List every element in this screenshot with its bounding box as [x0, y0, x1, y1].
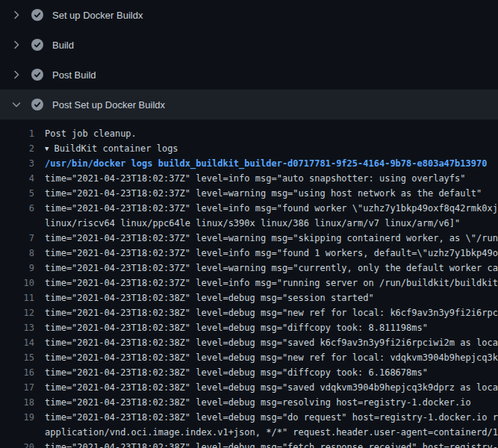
log-line-number: 7 [0, 231, 34, 246]
log-line: 8time="2021-04-23T18:02:37Z" level=info … [0, 246, 498, 261]
log-line: 15time="2021-04-23T18:02:38Z" level=debu… [0, 350, 498, 365]
check-circle-icon [31, 99, 43, 111]
log-line: 3/usr/bin/docker logs buildx_buildkit_bu… [0, 156, 498, 171]
log-line-text: time="2021-04-23T18:02:38Z" level=debug … [34, 335, 498, 350]
log-line-number: 3 [0, 156, 34, 171]
log-line-number: 2 [0, 141, 34, 156]
log-line-number: 10 [0, 276, 34, 290]
check-circle-icon [31, 39, 43, 51]
log-line-number: 6 [0, 201, 34, 216]
log-line-text: time="2021-04-23T18:02:37Z" level=info m… [34, 246, 498, 261]
step-label: Post Set up Docker Buildx [52, 99, 165, 111]
log-line-number: 13 [0, 320, 34, 335]
log-line: 20time="2021-04-23T18:02:38Z" level=debu… [0, 440, 498, 448]
log-line: 19time="2021-04-23T18:02:38Z" level=debu… [0, 410, 498, 425]
log-line: 5time="2021-04-23T18:02:37Z" level=warni… [0, 186, 498, 201]
log-line-number: 4 [0, 171, 34, 186]
log-line-text: linux/riscv64 linux/ppc64le linux/s390x … [34, 216, 460, 231]
log-line: 17time="2021-04-23T18:02:38Z" level=debu… [0, 380, 498, 395]
log-line-text: time="2021-04-23T18:02:38Z" level=debug … [34, 380, 498, 395]
log-line-number: 11 [0, 290, 34, 305]
log-line-number: 9 [0, 261, 34, 276]
log-line: 11time="2021-04-23T18:02:38Z" level=debu… [0, 290, 498, 305]
check-circle-icon [31, 9, 43, 21]
log-line: 16time="2021-04-23T18:02:38Z" level=debu… [0, 365, 498, 380]
log-line-text: BuildKit container logs [49, 141, 178, 156]
log-line-text: time="2021-04-23T18:02:37Z" level=warnin… [34, 231, 498, 246]
log-line-number [0, 216, 34, 231]
chevron-right-icon[interactable] [10, 39, 22, 51]
chevron-right-icon[interactable] [10, 9, 22, 21]
log-line: linux/riscv64 linux/ppc64le linux/s390x … [0, 216, 498, 231]
log-line-number: 12 [0, 305, 34, 320]
log-line-text: Post job cleanup. [34, 126, 137, 141]
log-line-text: /usr/bin/docker logs buildx_buildkit_bui… [34, 156, 487, 171]
log-line-text: time="2021-04-23T18:02:38Z" level=debug … [34, 410, 498, 425]
log-line: 6time="2021-04-23T18:02:37Z" level=info … [0, 201, 498, 216]
step-header-build[interactable]: Build [0, 30, 498, 60]
log-line-text: application/vnd.oci.image.index.v1+json,… [34, 425, 498, 440]
log-line-text: time="2021-04-23T18:02:38Z" level=debug … [34, 290, 374, 305]
log-line-number: 20 [0, 440, 34, 448]
log-line-text: time="2021-04-23T18:02:37Z" level=info m… [34, 201, 498, 216]
log-line: 1Post job cleanup. [0, 126, 498, 141]
log-line: application/vnd.oci.image.index.v1+json,… [0, 425, 498, 440]
log-line: 14time="2021-04-23T18:02:38Z" level=debu… [0, 335, 498, 350]
log-line-text: time="2021-04-23T18:02:38Z" level=debug … [34, 440, 498, 448]
log-line-number: 18 [0, 395, 34, 410]
log-line-text: time="2021-04-23T18:02:38Z" level=debug … [34, 305, 498, 320]
step-header-post-set-up-docker-buildx[interactable]: Post Set up Docker Buildx [0, 90, 498, 119]
log-line-text: time="2021-04-23T18:02:37Z" level=warnin… [34, 261, 498, 276]
log-line-text: time="2021-04-23T18:02:37Z" level=warnin… [34, 186, 482, 201]
chevron-right-icon[interactable] [10, 69, 22, 81]
step-label: Post Build [52, 69, 96, 81]
log-line: 18time="2021-04-23T18:02:38Z" level=debu… [0, 395, 498, 410]
log-line-number: 14 [0, 335, 34, 350]
log-line-number: 8 [0, 246, 34, 261]
step-label: Set up Docker Buildx [52, 10, 143, 21]
chevron-down-icon[interactable] [10, 99, 22, 111]
log-line: 12time="2021-04-23T18:02:38Z" level=debu… [0, 305, 498, 320]
log-line-text: time="2021-04-23T18:02:38Z" level=debug … [34, 395, 471, 410]
log-line: 9time="2021-04-23T18:02:37Z" level=warni… [0, 261, 498, 276]
log-line-number [0, 425, 34, 440]
log-line: 10time="2021-04-23T18:02:37Z" level=info… [0, 276, 498, 290]
step-header-set-up-docker-buildx[interactable]: Set up Docker Buildx [0, 0, 498, 30]
log-line-number: 17 [0, 380, 34, 395]
log-line: 7time="2021-04-23T18:02:37Z" level=warni… [0, 231, 498, 246]
log-line-text: time="2021-04-23T18:02:38Z" level=debug … [34, 350, 498, 365]
log-line-number: 16 [0, 365, 34, 380]
log-output: 1Post job cleanup.2▼BuildKit container l… [0, 119, 498, 448]
log-line-text: time="2021-04-23T18:02:38Z" level=debug … [34, 320, 428, 335]
step-label: Build [52, 40, 74, 51]
workflow-steps-list: Set up Docker Buildx Build Post Build Po… [0, 0, 498, 448]
log-line-text: time="2021-04-23T18:02:38Z" level=debug … [34, 365, 428, 380]
log-group-toggle-icon[interactable]: ▼ [34, 141, 49, 156]
log-line: 2▼BuildKit container logs [0, 141, 498, 156]
log-line-number: 15 [0, 350, 34, 365]
log-line: 4time="2021-04-23T18:02:37Z" level=info … [0, 171, 498, 186]
log-line-text: time="2021-04-23T18:02:37Z" level=info m… [34, 276, 498, 290]
step-header-post-build[interactable]: Post Build [0, 60, 498, 90]
log-line-number: 5 [0, 186, 34, 201]
log-line: 13time="2021-04-23T18:02:38Z" level=debu… [0, 320, 498, 335]
log-line-number: 19 [0, 410, 34, 425]
log-line-text: time="2021-04-23T18:02:37Z" level=info m… [34, 171, 466, 186]
log-line-number: 1 [0, 126, 34, 141]
check-circle-icon [31, 69, 43, 81]
